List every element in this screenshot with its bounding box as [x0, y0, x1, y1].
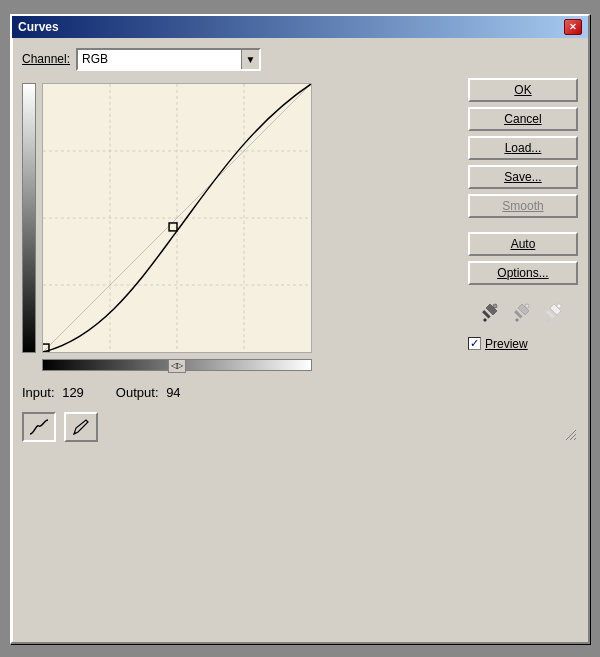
gray-eyedropper-icon [511, 300, 535, 324]
left-panel: Channel: RGB ▼ [22, 48, 458, 442]
input-value: 129 [62, 385, 84, 400]
channel-label: Channel: [22, 52, 70, 66]
resize-area [468, 412, 578, 442]
right-panel: OK Cancel Load... Save... Smooth Auto Op… [468, 48, 578, 442]
channel-select[interactable]: RGB ▼ [76, 48, 261, 71]
preview-label: Preview [485, 337, 528, 351]
gradient-scroll-thumb[interactable]: ◁▷ [168, 359, 186, 373]
preview-row: ✓ Preview [468, 337, 578, 351]
pencil-tool-button[interactable] [64, 412, 98, 442]
channel-row: Channel: RGB ▼ [22, 48, 458, 71]
curve-canvas[interactable] [42, 83, 312, 353]
tool-row [22, 412, 458, 442]
dialog-content: Channel: RGB ▼ [12, 38, 588, 452]
title-bar[interactable]: Curves ✕ [12, 16, 588, 38]
vertical-gradient [22, 83, 36, 353]
resize-corner-icon[interactable] [562, 426, 578, 442]
title-bar-text: Curves [18, 20, 59, 34]
input-label: Input: [22, 385, 55, 400]
curves-dialog: Curves ✕ Channel: RGB ▼ [10, 14, 590, 644]
options-button[interactable]: Options... [468, 261, 578, 285]
canvas-wrapper: ◁▷ [42, 83, 312, 373]
smooth-button[interactable]: Smooth [468, 194, 578, 218]
curve-tool-icon [28, 418, 50, 436]
cancel-underline: Cancel [504, 112, 541, 126]
input-output-row: Input: 129 Output: 94 [22, 385, 458, 400]
pencil-tool-icon [70, 416, 92, 438]
eyedropper-icons-row [468, 298, 578, 326]
white-eyedropper-icon [543, 300, 567, 324]
curve-svg [43, 84, 311, 352]
auto-button[interactable]: Auto [468, 232, 578, 256]
horizontal-gradient: ◁▷ [42, 359, 312, 371]
black-eyedropper-button[interactable] [477, 298, 505, 326]
channel-dropdown-arrow[interactable]: ▼ [241, 50, 259, 69]
black-eyedropper-icon [479, 300, 503, 324]
channel-value: RGB [78, 52, 241, 66]
curve-tool-button[interactable] [22, 412, 56, 442]
white-eyedropper-button[interactable] [541, 298, 569, 326]
cancel-button[interactable]: Cancel [468, 107, 578, 131]
load-button[interactable]: Load... [468, 136, 578, 160]
svg-point-15 [557, 304, 561, 308]
curve-area: ◁▷ [22, 83, 458, 373]
output-label: Output: [116, 385, 159, 400]
horizontal-gradient-wrapper: ◁▷ [42, 357, 312, 373]
gray-eyedropper-button[interactable] [509, 298, 537, 326]
preview-checkbox[interactable]: ✓ [468, 337, 481, 350]
input-row: Input: 129 [22, 385, 84, 400]
save-button[interactable]: Save... [468, 165, 578, 189]
svg-point-13 [525, 304, 529, 308]
output-value: 94 [166, 385, 180, 400]
svg-line-18 [574, 438, 576, 440]
output-row: Output: 94 [116, 385, 181, 400]
close-button[interactable]: ✕ [564, 19, 582, 35]
svg-point-11 [493, 304, 497, 308]
ok-button[interactable]: OK [468, 78, 578, 102]
